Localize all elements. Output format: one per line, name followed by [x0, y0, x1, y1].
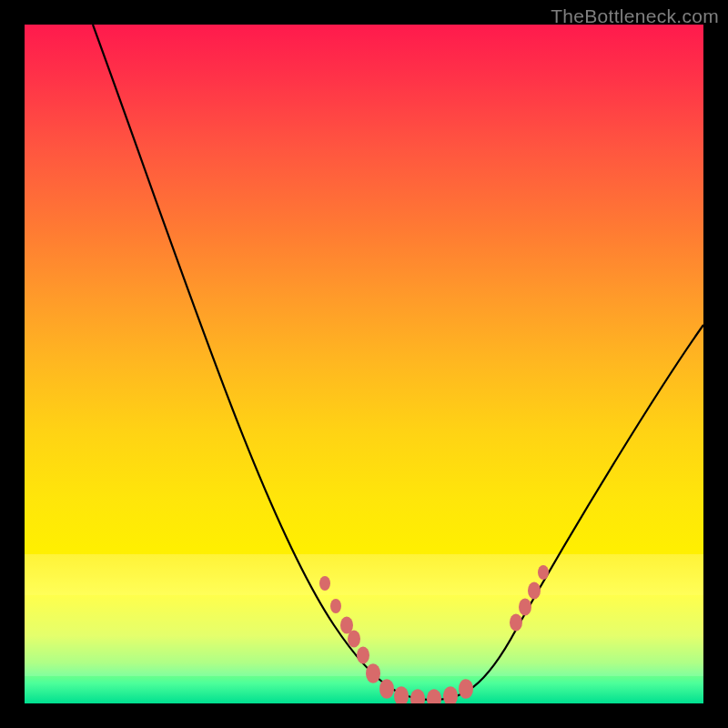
curve-marker	[538, 565, 549, 580]
curve-marker	[348, 631, 360, 648]
curve-marker	[357, 647, 369, 664]
watermark-text: TheBottleneck.com	[551, 5, 719, 27]
curve-marker	[443, 686, 458, 703]
bottleneck-curve	[93, 25, 703, 700]
chart-svg	[25, 25, 703, 703]
curve-marker	[366, 663, 380, 683]
curve-marker	[410, 689, 425, 703]
curve-marker	[379, 679, 394, 699]
curve-marker	[394, 686, 409, 703]
curve-marker	[427, 689, 441, 703]
curve-marker	[330, 599, 341, 613]
curve-marker	[519, 599, 531, 616]
curve-marker	[459, 679, 473, 699]
curve-marker	[510, 614, 522, 632]
chart-frame	[25, 25, 703, 703]
curve-marker	[319, 576, 330, 591]
curve-marker	[528, 582, 541, 600]
